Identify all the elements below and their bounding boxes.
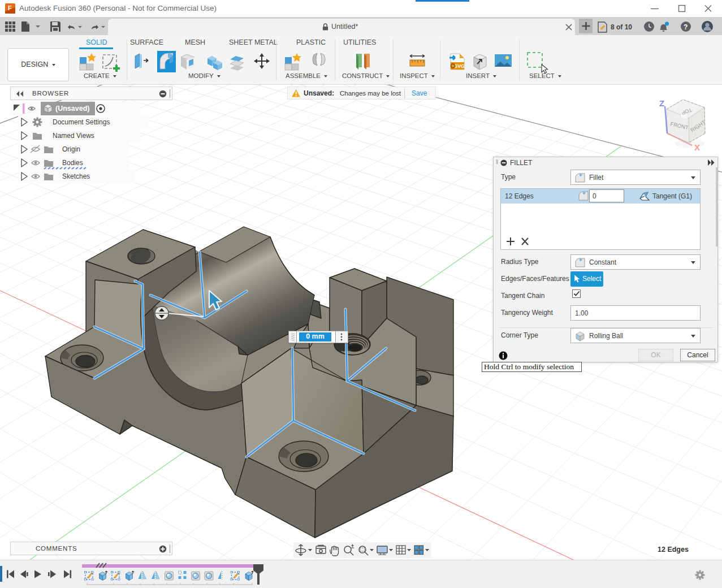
svg-text:Origin: Origin (62, 145, 80, 153)
svg-text:F: F (8, 5, 12, 11)
svg-text:Z: Z (659, 98, 664, 108)
svg-text:?: ? (684, 23, 688, 31)
svg-text:X: X (694, 142, 700, 152)
svg-text:Bodies: Bodies (62, 159, 83, 167)
svg-text:(Unsaved): (Unsaved) (55, 105, 89, 113)
svg-text:8 of 10: 8 of 10 (611, 23, 632, 31)
svg-text:Document Settings: Document Settings (53, 118, 110, 126)
svg-text:Named Views: Named Views (53, 132, 94, 140)
svg-text:Sketches: Sketches (62, 172, 90, 180)
svg-text:SVG: SVG (454, 63, 465, 69)
